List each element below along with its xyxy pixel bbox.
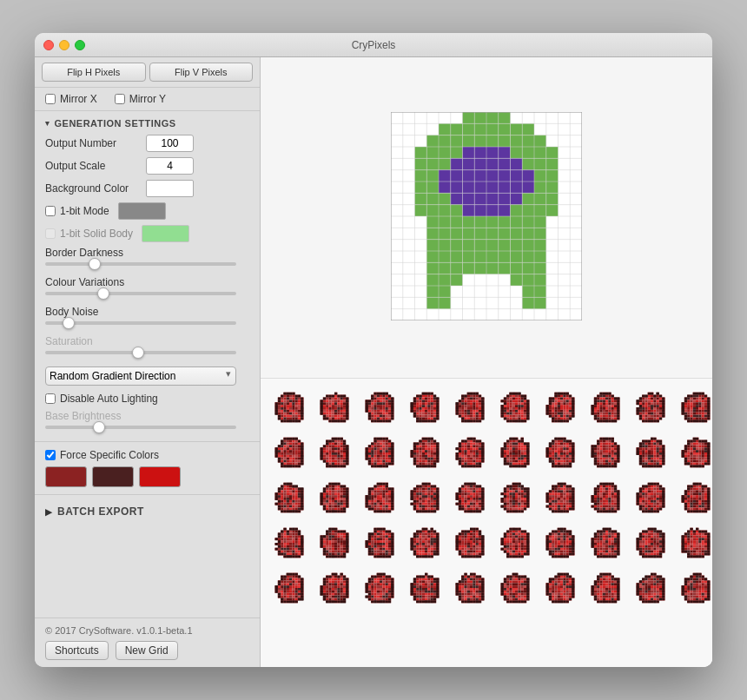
list-item[interactable] — [539, 521, 582, 565]
batch-export-section[interactable]: ▶ BATCH EXPORT — [35, 499, 260, 525]
border-darkness-thumb[interactable] — [89, 258, 101, 270]
sprite-canvas[interactable] — [269, 478, 309, 518]
shortcuts-button[interactable]: Shortcuts — [45, 641, 109, 660]
list-item[interactable] — [358, 566, 401, 610]
list-item[interactable] — [448, 566, 492, 610]
pixel-canvas[interactable] — [391, 112, 582, 320]
list-item[interactable] — [268, 521, 311, 565]
list-item[interactable] — [313, 566, 356, 610]
list-item[interactable] — [493, 476, 537, 519]
list-item[interactable] — [674, 566, 712, 610]
sprite-canvas[interactable] — [269, 387, 309, 427]
force-color-swatch-2[interactable] — [92, 466, 134, 487]
maximize-button[interactable] — [75, 40, 85, 50]
list-item[interactable] — [403, 521, 446, 565]
list-item[interactable] — [313, 521, 356, 565]
sprite-canvas[interactable] — [676, 568, 712, 608]
body-noise-thumb[interactable] — [63, 317, 75, 329]
list-item[interactable] — [313, 386, 356, 429]
flip-h-pixels-button[interactable]: Flip H Pixels — [42, 63, 146, 82]
onebit-solid-checkbox[interactable] — [45, 228, 56, 239]
sprite-canvas[interactable] — [360, 433, 400, 472]
sprite-canvas[interactable] — [495, 568, 535, 608]
list-item[interactable] — [313, 431, 356, 474]
sprite-canvas[interactable] — [269, 523, 309, 563]
onebit-solid-label[interactable]: 1-bit Solid Body — [45, 228, 133, 240]
sprite-canvas[interactable] — [360, 387, 400, 427]
base-brightness-thumb[interactable] — [93, 421, 105, 433]
sprite-canvas[interactable] — [540, 478, 580, 518]
sprite-canvas[interactable] — [540, 387, 580, 427]
list-item[interactable] — [493, 386, 537, 429]
onebit-mode-checkbox[interactable] — [45, 206, 56, 216]
colour-variations-track[interactable] — [45, 292, 236, 295]
sprite-canvas[interactable] — [314, 523, 354, 563]
list-item[interactable] — [358, 431, 401, 474]
sprite-canvas[interactable] — [314, 478, 354, 518]
list-item[interactable] — [584, 431, 627, 474]
list-item[interactable] — [313, 476, 356, 519]
force-colors-checkbox[interactable] — [45, 450, 56, 460]
sprite-canvas[interactable] — [676, 523, 712, 563]
sprite-canvas[interactable] — [450, 387, 490, 427]
sprite-canvas[interactable] — [676, 433, 712, 472]
new-grid-button[interactable]: New Grid — [116, 641, 178, 660]
sprite-canvas[interactable] — [360, 523, 400, 563]
sprite-canvas[interactable] — [405, 478, 445, 518]
output-number-input[interactable] — [146, 135, 194, 152]
list-item[interactable] — [358, 386, 401, 429]
sprite-canvas[interactable] — [631, 433, 671, 472]
sprite-canvas[interactable] — [540, 433, 580, 472]
sprite-canvas[interactable] — [405, 523, 445, 563]
list-item[interactable] — [448, 476, 492, 519]
onebit-solid-swatch[interactable] — [142, 225, 189, 242]
disable-auto-lighting-label[interactable]: Disable Auto Lighting — [45, 393, 158, 405]
output-scale-input[interactable] — [146, 157, 194, 175]
list-item[interactable] — [403, 386, 446, 429]
sprite-canvas[interactable] — [585, 568, 625, 608]
minimize-button[interactable] — [59, 40, 69, 50]
base-brightness-track[interactable] — [45, 426, 236, 429]
saturation-track[interactable] — [45, 351, 236, 354]
sprite-canvas[interactable] — [495, 523, 535, 563]
sprite-canvas[interactable] — [495, 478, 535, 518]
sprite-canvas[interactable] — [405, 387, 445, 427]
onebit-color-swatch[interactable] — [118, 202, 166, 220]
list-item[interactable] — [403, 476, 446, 519]
list-item[interactable] — [358, 476, 401, 519]
sprite-canvas[interactable] — [585, 478, 625, 518]
list-item[interactable] — [358, 521, 401, 565]
list-item[interactable] — [268, 476, 311, 519]
list-item[interactable] — [539, 431, 582, 474]
sprite-canvas[interactable] — [585, 387, 625, 427]
list-item[interactable] — [584, 386, 627, 429]
border-darkness-track[interactable] — [45, 262, 236, 266]
onebit-mode-label[interactable]: 1-bit Mode — [45, 205, 109, 217]
list-item[interactable] — [584, 566, 627, 610]
list-item[interactable] — [539, 386, 582, 429]
sprite-canvas[interactable] — [314, 433, 354, 472]
mirror-x-checkbox[interactable] — [45, 94, 56, 104]
list-item[interactable] — [539, 566, 582, 610]
list-item[interactable] — [629, 386, 672, 429]
sprite-canvas[interactable] — [360, 568, 400, 608]
sprite-canvas[interactable] — [450, 478, 490, 518]
disable-auto-lighting-checkbox[interactable] — [45, 393, 56, 404]
sprite-canvas[interactable] — [450, 433, 490, 472]
sprite-canvas[interactable] — [631, 478, 671, 518]
sprite-canvas[interactable] — [585, 433, 625, 472]
sprite-canvas[interactable] — [314, 387, 354, 427]
sprite-canvas[interactable] — [269, 568, 309, 608]
list-item[interactable] — [629, 431, 672, 474]
sprite-canvas[interactable] — [314, 568, 354, 608]
sprite-canvas[interactable] — [405, 433, 445, 472]
colour-variations-thumb[interactable] — [97, 287, 109, 300]
sprite-canvas[interactable] — [360, 478, 400, 518]
list-item[interactable] — [493, 431, 537, 474]
sprite-canvas[interactable] — [631, 523, 671, 563]
list-item[interactable] — [629, 566, 672, 610]
list-item[interactable] — [448, 521, 492, 565]
sprite-canvas[interactable] — [631, 568, 671, 608]
saturation-thumb[interactable] — [132, 347, 144, 359]
mirror-y-label[interactable]: Mirror Y — [115, 93, 166, 105]
